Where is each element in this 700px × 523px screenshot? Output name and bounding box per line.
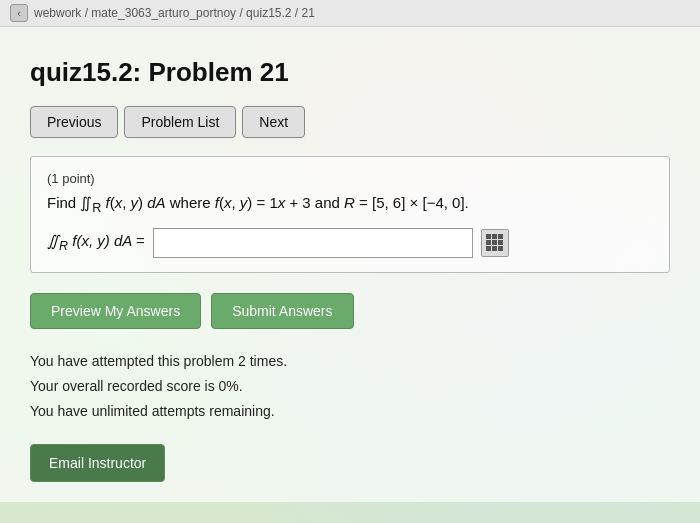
next-button[interactable]: Next — [242, 106, 305, 138]
grid-dot-7 — [486, 246, 491, 251]
grid-dot-8 — [492, 246, 497, 251]
grid-dot-3 — [498, 234, 503, 239]
page-title: quiz15.2: Problem 21 — [30, 57, 670, 88]
submit-answers-button[interactable]: Submit Answers — [211, 293, 353, 329]
back-icon: ‹ — [17, 7, 21, 19]
answer-row: ∬R f(x, y) dA = — [47, 228, 653, 258]
preview-answers-button[interactable]: Preview My Answers — [30, 293, 201, 329]
nav-button-row: Previous Problem List Next — [30, 106, 670, 138]
answer-input[interactable] — [153, 228, 473, 258]
grid-dot-4 — [486, 240, 491, 245]
previous-button[interactable]: Previous — [30, 106, 118, 138]
status-line-1: You have attempted this problem 2 times. — [30, 349, 670, 374]
status-text: You have attempted this problem 2 times.… — [30, 349, 670, 425]
grid-dot-1 — [486, 234, 491, 239]
grid-button[interactable] — [481, 229, 509, 257]
grid-dot-2 — [492, 234, 497, 239]
breadcrumb: webwork / mate_3063_arturo_portnoy / qui… — [34, 6, 315, 20]
action-button-row: Preview My Answers Submit Answers — [30, 293, 670, 329]
grid-dot-9 — [498, 246, 503, 251]
grid-dot-6 — [498, 240, 503, 245]
email-instructor-button[interactable]: Email Instructor — [30, 444, 165, 482]
problem-box: (1 point) Find ∬R f(x, y) dA where f(x, … — [30, 156, 670, 273]
grid-dot-5 — [492, 240, 497, 245]
browser-bar: ‹ webwork / mate_3063_arturo_portnoy / q… — [0, 0, 700, 27]
back-button[interactable]: ‹ — [10, 4, 28, 22]
problem-list-button[interactable]: Problem List — [124, 106, 236, 138]
problem-points: (1 point) — [47, 171, 653, 186]
answer-label: ∬R f(x, y) dA = — [47, 232, 145, 253]
status-line-3: You have unlimited attempts remaining. — [30, 399, 670, 424]
problem-description: Find ∬R f(x, y) dA where f(x, y) = 1x + … — [47, 192, 653, 218]
grid-icon — [486, 234, 503, 251]
main-content: quiz15.2: Problem 21 Previous Problem Li… — [0, 27, 700, 502]
status-line-2: Your overall recorded score is 0%. — [30, 374, 670, 399]
